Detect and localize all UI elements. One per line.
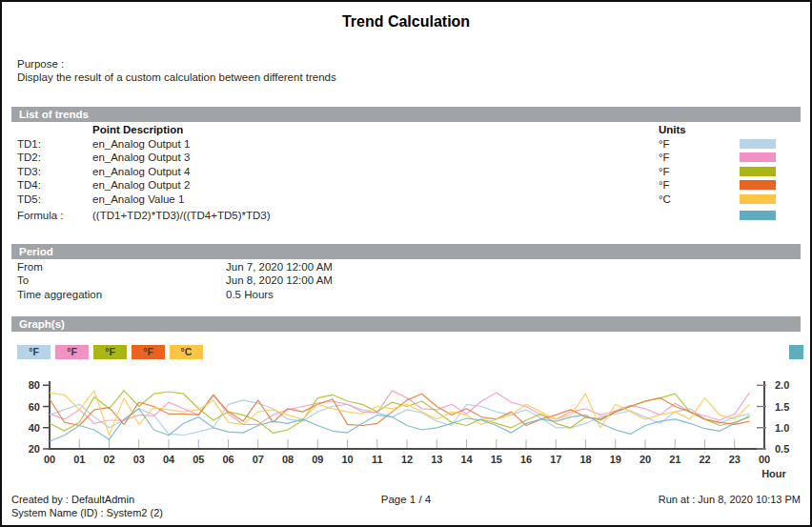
svg-text:1.5: 1.5 xyxy=(775,401,789,413)
period-table: From Jun 7, 2020 12:00 AM To Jun 8, 2020… xyxy=(17,260,801,302)
svg-text:Hour: Hour xyxy=(761,468,786,479)
trend-units: °C xyxy=(659,193,740,207)
legend-item-td2: °F xyxy=(55,345,89,359)
svg-text:60: 60 xyxy=(29,401,40,413)
svg-text:20: 20 xyxy=(29,443,40,455)
formula-expression: ((TD1+TD2)*TD3)/((TD4+TD5)*TD3) xyxy=(92,209,659,223)
column-header-units: Units xyxy=(659,123,740,137)
chart-legend: °F °F °F °F °C xyxy=(17,345,803,359)
svg-text:80: 80 xyxy=(29,379,40,391)
svg-text:15: 15 xyxy=(491,454,502,465)
svg-text:0.5: 0.5 xyxy=(775,443,789,455)
period-from-value: Jun 7, 2020 12:00 AM xyxy=(226,260,801,274)
trend-chart: 0001020304050607080910111213141516171819… xyxy=(2,373,810,487)
trend-chart-svg: 0001020304050607080910111213141516171819… xyxy=(2,373,810,483)
svg-text:00: 00 xyxy=(44,454,55,465)
period-to-label: To xyxy=(17,274,226,288)
trend-label: TD1: xyxy=(17,137,92,152)
svg-text:2.0: 2.0 xyxy=(775,379,789,391)
trend-description: en_Analog Value 1 xyxy=(92,193,659,207)
svg-text:12: 12 xyxy=(401,454,413,465)
period-from-label: From xyxy=(17,260,226,274)
svg-text:00: 00 xyxy=(759,454,770,465)
trend-label: TD4: xyxy=(17,178,92,193)
section-header-graphs: Graph(s) xyxy=(11,316,801,332)
svg-text:19: 19 xyxy=(610,454,621,465)
formula-label: Formula : xyxy=(17,209,92,223)
trend-label: TD3: xyxy=(17,165,92,179)
svg-text:14: 14 xyxy=(460,454,473,465)
purpose-label: Purpose : xyxy=(17,57,810,71)
trends-table: Point Description Units TD1: en_Analog O… xyxy=(17,123,801,223)
period-aggregation-value: 0.5 Hours xyxy=(226,288,801,302)
trend-label: TD2: xyxy=(17,151,92,165)
svg-text:1.0: 1.0 xyxy=(775,422,789,434)
legend-item-td5: °C xyxy=(170,345,203,359)
section-header-period: Period xyxy=(11,244,801,259)
trend-description: en_Analog Output 4 xyxy=(92,165,659,179)
trend-units: °F xyxy=(659,151,740,165)
purpose-text: Display the result of a custom calculati… xyxy=(17,71,810,84)
legend-item-td1: °F xyxy=(17,345,51,359)
trend-units: °F xyxy=(659,178,740,193)
footer-page-number: Page 1 / 4 xyxy=(297,493,515,506)
svg-text:07: 07 xyxy=(253,454,264,465)
page-title: Trend Calculation xyxy=(2,12,810,31)
trend-units: °F xyxy=(659,165,740,179)
svg-text:04: 04 xyxy=(163,454,175,465)
section-header-list-of-trends: List of trends xyxy=(11,107,801,122)
legend-item-td3: °F xyxy=(93,345,127,359)
svg-text:05: 05 xyxy=(193,454,204,465)
svg-text:01: 01 xyxy=(73,454,85,465)
trend-color-swatch xyxy=(740,180,776,190)
purpose-block: Purpose : Display the result of a custom… xyxy=(17,57,810,84)
trend-color-swatch xyxy=(740,152,776,162)
legend-item-td4: °F xyxy=(132,345,165,359)
trend-description: en_Analog Output 1 xyxy=(92,137,659,152)
svg-text:09: 09 xyxy=(312,454,323,465)
period-to-value: Jun 8, 2020 12:00 AM xyxy=(226,274,801,288)
svg-text:08: 08 xyxy=(282,454,294,465)
svg-text:13: 13 xyxy=(431,454,442,465)
svg-text:22: 22 xyxy=(699,454,710,465)
trend-description: en_Analog Output 3 xyxy=(92,151,659,165)
formula-color-swatch xyxy=(740,211,776,220)
footer-system-name: System Name (ID) : System2 (2) xyxy=(11,506,297,519)
svg-text:21: 21 xyxy=(669,454,680,465)
svg-text:16: 16 xyxy=(520,454,532,465)
period-aggregation-label: Time aggregation xyxy=(17,288,226,302)
trend-units: °F xyxy=(659,137,740,152)
svg-text:11: 11 xyxy=(372,454,383,465)
svg-text:10: 10 xyxy=(341,454,353,465)
svg-text:02: 02 xyxy=(103,454,114,465)
trend-description: en_Analog Output 2 xyxy=(92,178,659,193)
svg-text:18: 18 xyxy=(579,454,591,465)
report-page: Trend Calculation Purpose : Display the … xyxy=(0,0,812,527)
trend-color-swatch xyxy=(740,194,776,204)
trend-label: TD5: xyxy=(17,193,92,207)
svg-text:20: 20 xyxy=(639,454,651,465)
svg-text:40: 40 xyxy=(29,422,40,434)
svg-text:03: 03 xyxy=(133,454,145,465)
svg-text:23: 23 xyxy=(729,454,741,465)
footer-run-at: Run at : Jun 8, 2020 10:13 PM xyxy=(515,493,810,506)
trend-color-swatch xyxy=(740,167,776,176)
footer-created-by: Created by : DefaultAdmin xyxy=(11,493,297,506)
trend-color-swatch xyxy=(740,139,776,149)
svg-text:17: 17 xyxy=(550,454,561,465)
svg-text:06: 06 xyxy=(222,454,233,465)
legend-item-formula-marker xyxy=(789,345,803,359)
report-footer: Created by : DefaultAdmin System Name (I… xyxy=(2,493,810,519)
column-header-point-description: Point Description xyxy=(92,123,659,137)
